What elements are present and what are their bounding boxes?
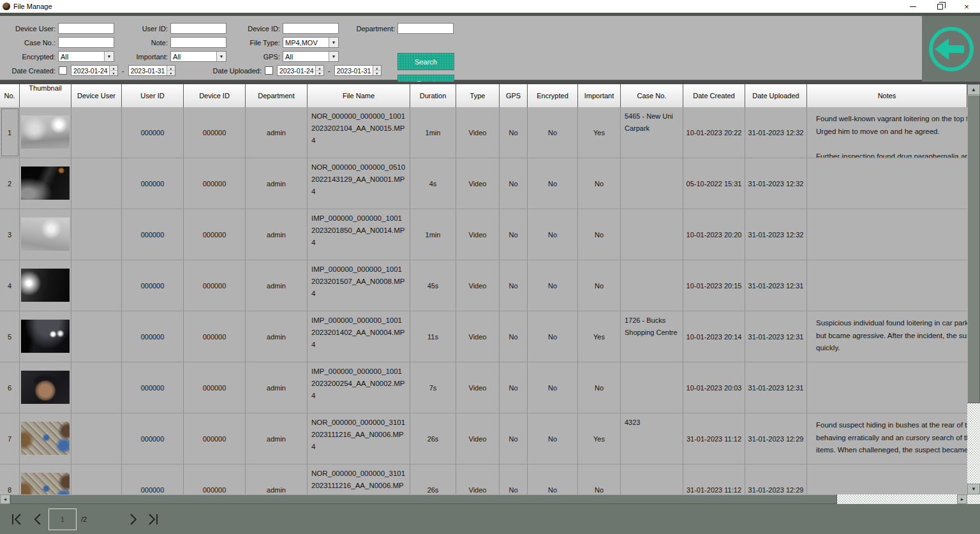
user-id-input[interactable] [170,23,226,34]
first-page-button[interactable] [9,512,24,527]
header-device-user[interactable]: Device User [71,84,122,107]
header-date-uploaded[interactable]: Date Uploaded [745,84,807,107]
video-thumbnail[interactable] [21,422,70,455]
filter-important: Important: All ▼ [115,51,226,62]
table-row[interactable]: 4 000000 000000 admin IMP_000000_000000_… [0,260,967,311]
spinner[interactable]: ▲ ▼ [109,66,117,75]
date-created-checkbox[interactable] [59,66,67,75]
file-type-dropdown[interactable]: MP4,MOV ▼ [283,37,339,48]
encrypted-cell: No [528,209,578,260]
spin-up-icon[interactable]: ▲ [373,66,381,71]
note-input[interactable] [170,37,226,48]
table-row[interactable]: 2 000000 000000 admin NOR_000000_000000_… [0,158,967,209]
vertical-scroll-thumb[interactable] [967,95,980,403]
date-uploaded-from-input[interactable]: 2023-01-24 ▲ ▼ [277,65,324,76]
spin-up-icon[interactable]: ▲ [316,66,323,71]
horizontal-scrollbar[interactable]: ◄ ► [0,494,967,504]
table-row[interactable]: 7 000000 000000 admin NOR_000000_000000_… [0,413,967,464]
video-thumbnail[interactable] [21,320,70,353]
header-important[interactable]: Important [578,84,621,107]
gps-dropdown[interactable]: All ▼ [283,51,339,62]
header-file-name[interactable]: File Name [308,84,410,107]
chevron-down-icon[interactable]: ▼ [104,52,114,61]
type-cell: Video [456,311,500,362]
restore-button[interactable] [926,0,953,13]
thumbnail-cell [20,413,71,464]
spin-down-icon[interactable]: ▼ [110,71,117,75]
last-page-button[interactable] [145,512,161,527]
search-button[interactable]: Search [397,53,454,70]
spin-down-icon[interactable]: ▼ [316,71,323,75]
encrypted-label: Encrypted: [4,53,56,61]
date-created-from-value: 2023-01-24 [71,66,109,75]
header-duration[interactable]: Duration [410,84,456,107]
date-uploaded-to-input[interactable]: 2023-01-31 ▲ ▼ [334,65,382,76]
spin-down-icon[interactable]: ▼ [167,71,175,75]
thumbnail-cell [20,209,71,260]
spinner[interactable]: ▲ ▼ [315,66,323,75]
spinner[interactable]: ▲ ▼ [167,66,175,75]
date-uploaded-checkbox[interactable] [265,66,273,75]
video-thumbnail[interactable] [21,269,70,302]
device-user-cell [71,311,122,362]
header-type[interactable]: Type [456,84,500,107]
spinner[interactable]: ▲ ▼ [373,66,381,75]
scroll-right-button[interactable]: ► [957,494,967,504]
encrypted-dropdown[interactable]: All ▼ [58,51,114,62]
table-row[interactable]: 5 000000 000000 admin IMP_000000_000000_… [0,311,967,362]
spin-up-icon[interactable]: ▲ [110,66,117,71]
date-created-from-input[interactable]: 2023-01-24 ▲ ▼ [71,65,118,76]
header-department[interactable]: Department [246,84,308,107]
scroll-up-button[interactable]: ▲ [967,84,980,95]
vertical-scrollbar[interactable]: ▲ ▼ [967,84,980,494]
spin-down-icon[interactable]: ▼ [373,71,381,75]
header-encrypted[interactable]: Encrypted [528,84,578,107]
close-button[interactable]: × [953,0,980,13]
duration-cell: 4s [410,158,456,209]
scroll-left-button[interactable]: ◄ [0,494,10,504]
important-dropdown[interactable]: All ▼ [170,51,226,62]
back-button[interactable] [927,25,976,73]
header-thumbnail[interactable]: Thumbnail [20,84,71,107]
thumbnail-cell [20,311,71,362]
previous-page-button[interactable] [31,512,46,527]
notes-text [811,161,821,167]
video-thumbnail[interactable] [21,167,70,200]
date-created-to-input[interactable]: 2023-01-31 ▲ ▼ [128,65,175,76]
scroll-down-button[interactable]: ▼ [967,484,980,494]
device-id-input[interactable] [283,23,339,34]
header-user-id[interactable]: User ID [122,84,184,107]
table-row[interactable]: 8 000000 000000 admin NOR_000000_000000_… [0,464,967,494]
case-no-input[interactable] [58,37,114,48]
encrypted-cell: No [528,413,578,464]
header-date-created[interactable]: Date Created [683,84,745,107]
header-case-no[interactable]: Case No. [621,84,683,107]
minimize-button[interactable] [900,0,926,13]
header-no[interactable]: No. [0,84,20,107]
department-input[interactable] [397,23,454,34]
video-thumbnail[interactable] [21,115,70,149]
page-number-input[interactable]: 1 [48,508,77,530]
horizontal-scroll-thumb[interactable] [10,494,837,504]
important-cell: No [578,362,621,413]
department-cell: admin [246,413,308,464]
chevron-down-icon[interactable]: ▼ [329,38,338,47]
table-row[interactable]: 6 000000 000000 admin IMP_000000_000000_… [0,362,967,413]
video-thumbnail[interactable] [21,371,70,404]
video-thumbnail[interactable] [21,218,70,251]
spin-up-icon[interactable]: ▲ [167,66,175,71]
date-created-cell: 31-01-2023 11:12 [683,413,745,464]
filter-device-id: Device ID: [223,23,339,34]
header-device-id[interactable]: Device ID [184,84,246,107]
next-page-button[interactable] [125,512,140,527]
header-gps[interactable]: GPS [500,84,528,107]
notes-text [811,366,821,371]
table-row[interactable]: 3 000000 000000 admin IMP_000000_000000_… [0,209,967,260]
notes-text [811,468,821,473]
date-uploaded-cell: 31-01-2023 12:32 [745,107,807,158]
video-thumbnail[interactable] [21,473,70,494]
table-row[interactable]: 1 000000 000000 admin NOR_000000_000000_… [0,107,967,158]
device-user-input[interactable] [58,23,114,34]
chevron-down-icon[interactable]: ▼ [329,52,338,61]
header-notes[interactable]: Notes [807,84,967,107]
